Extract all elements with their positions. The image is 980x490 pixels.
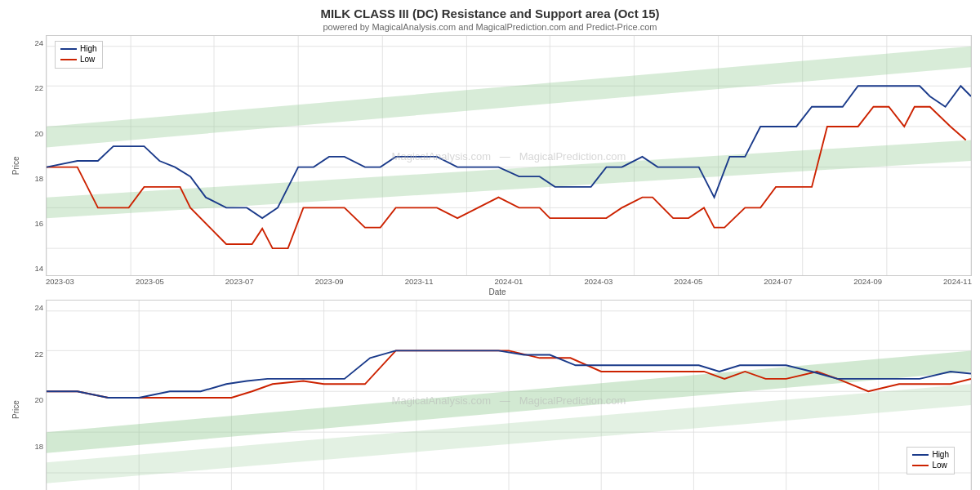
- legend-low-item: Low: [60, 55, 97, 64]
- bottom-legend: High Low: [906, 447, 955, 474]
- legend-high-item: High: [60, 44, 97, 53]
- bottom-chart-section: Price 24 22 20 18 16 MagicalAnalysis.com…: [8, 300, 972, 490]
- main-container: MILK CLASS III (DC) Resistance and Suppo…: [0, 0, 980, 490]
- chart-subtitle: powered by MagicalAnalysis.com and Magic…: [8, 22, 972, 32]
- high-legend-line: [60, 48, 77, 50]
- high-legend-label: High: [80, 44, 97, 53]
- chart-title: MILK CLASS III (DC) Resistance and Suppo…: [8, 7, 972, 20]
- bottom-legend-high-item: High: [912, 450, 949, 459]
- chart-wrapper: Price 24 22 20 18 16 14 MagicalAnaly: [8, 35, 972, 490]
- top-legend: High Low: [55, 41, 103, 69]
- bottom-chart-svg: [47, 301, 971, 490]
- top-x-label: Date: [23, 287, 972, 296]
- bottom-high-legend-line: [912, 454, 929, 456]
- top-chart-section: Price 24 22 20 18 16 14 MagicalAnaly: [8, 35, 972, 296]
- svg-marker-18: [47, 47, 971, 148]
- top-x-axis-row: 2023-03 2023-05 2023-07 2023-09 2023-11 …: [23, 276, 972, 287]
- top-chart-area: MagicalAnalysis.com — MagicalPrediction.…: [46, 35, 972, 276]
- top-y-axis-label: Price: [8, 35, 23, 296]
- bottom-chart-area: MagicalAnalysis.com — MagicalPrediction.…: [46, 300, 972, 490]
- bottom-legend-low-item: Low: [912, 461, 949, 470]
- top-y-ticks: 24 22 20 18 16 14: [23, 35, 46, 276]
- bottom-y-axis-label: Price: [8, 300, 23, 490]
- top-x-axis: 2023-03 2023-05 2023-07 2023-09 2023-11 …: [46, 276, 972, 287]
- svg-marker-19: [47, 140, 971, 219]
- top-chart-svg: [47, 36, 971, 275]
- bottom-low-legend-label: Low: [932, 461, 947, 470]
- low-legend-label: Low: [80, 55, 95, 64]
- low-legend-line: [60, 59, 77, 60]
- bottom-high-legend-label: High: [932, 450, 949, 459]
- bottom-low-legend-line: [912, 465, 929, 466]
- bottom-y-ticks: 24 22 20 18 16: [23, 300, 46, 490]
